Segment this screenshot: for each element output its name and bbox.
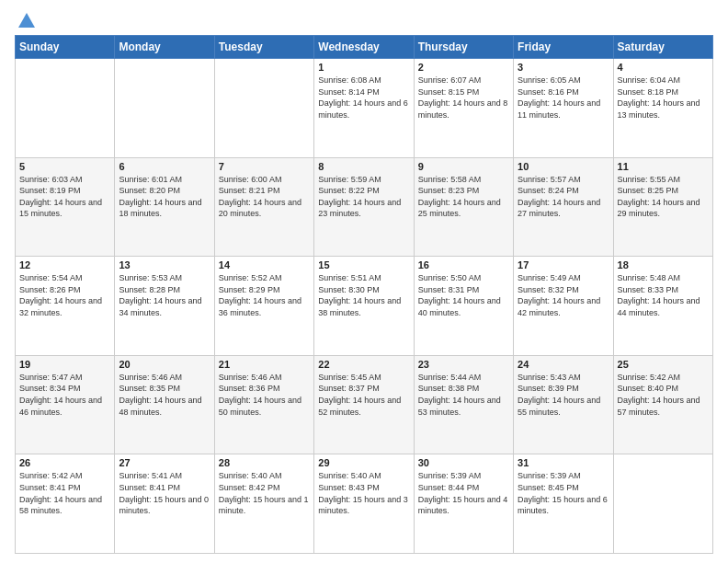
calendar-cell [115, 59, 214, 158]
day-number: 13 [119, 259, 210, 270]
calendar-cell: 2Sunrise: 6:07 AMSunset: 8:15 PMDaylight… [414, 59, 513, 158]
day-number: 7 [219, 161, 310, 172]
calendar-cell: 23Sunrise: 5:44 AMSunset: 8:38 PMDayligh… [414, 355, 513, 454]
day-info: Sunrise: 5:39 AMSunset: 8:45 PMDaylight:… [518, 470, 609, 516]
calendar-cell: 26Sunrise: 5:42 AMSunset: 8:41 PMDayligh… [16, 454, 115, 554]
day-number: 8 [318, 161, 409, 172]
day-info: Sunrise: 5:46 AMSunset: 8:35 PMDaylight:… [119, 372, 210, 418]
calendar-cell: 20Sunrise: 5:46 AMSunset: 8:35 PMDayligh… [115, 355, 214, 454]
calendar-cell: 5Sunrise: 6:03 AMSunset: 8:19 PMDaylight… [16, 157, 115, 257]
page: SundayMondayTuesdayWednesdayThursdayFrid… [0, 0, 728, 563]
calendar-cell: 1Sunrise: 6:08 AMSunset: 8:14 PMDaylight… [314, 59, 414, 158]
calendar-week-row: 5Sunrise: 6:03 AMSunset: 8:19 PMDaylight… [16, 157, 713, 257]
day-info: Sunrise: 5:40 AMSunset: 8:42 PMDaylight:… [219, 470, 310, 516]
day-number: 1 [318, 62, 409, 73]
day-number: 31 [518, 457, 609, 468]
day-info: Sunrise: 5:42 AMSunset: 8:40 PMDaylight:… [618, 372, 709, 418]
calendar-cell: 16Sunrise: 5:50 AMSunset: 8:31 PMDayligh… [414, 257, 513, 356]
calendar-cell: 21Sunrise: 5:46 AMSunset: 8:36 PMDayligh… [214, 355, 313, 454]
day-number: 23 [418, 359, 509, 370]
day-info: Sunrise: 5:53 AMSunset: 8:28 PMDaylight:… [119, 272, 210, 318]
day-number: 29 [318, 457, 409, 468]
calendar-cell: 28Sunrise: 5:40 AMSunset: 8:42 PMDayligh… [214, 454, 313, 554]
day-number: 21 [219, 359, 310, 370]
calendar-cell: 31Sunrise: 5:39 AMSunset: 8:45 PMDayligh… [514, 454, 613, 554]
day-info: Sunrise: 6:07 AMSunset: 8:15 PMDaylight:… [418, 75, 509, 121]
weekday-header: Friday [514, 36, 613, 59]
day-number: 4 [618, 62, 709, 73]
day-number: 24 [518, 359, 609, 370]
calendar-cell: 7Sunrise: 6:00 AMSunset: 8:21 PMDaylight… [214, 157, 313, 257]
day-number: 5 [19, 161, 110, 172]
day-info: Sunrise: 5:50 AMSunset: 8:31 PMDaylight:… [418, 272, 509, 318]
day-info: Sunrise: 5:44 AMSunset: 8:38 PMDaylight:… [418, 372, 509, 418]
calendar-week-row: 19Sunrise: 5:47 AMSunset: 8:34 PMDayligh… [16, 355, 713, 454]
calendar-cell: 22Sunrise: 5:45 AMSunset: 8:37 PMDayligh… [314, 355, 414, 454]
day-info: Sunrise: 6:03 AMSunset: 8:19 PMDaylight:… [19, 174, 110, 220]
day-number: 10 [518, 161, 609, 172]
calendar-cell [613, 454, 712, 554]
weekday-header: Thursday [414, 36, 513, 59]
day-number: 20 [119, 359, 210, 370]
calendar-cell: 9Sunrise: 5:58 AMSunset: 8:23 PMDaylight… [414, 157, 513, 257]
calendar-cell: 30Sunrise: 5:39 AMSunset: 8:44 PMDayligh… [414, 454, 513, 554]
logo-icon [17, 11, 37, 31]
day-number: 12 [19, 259, 110, 270]
calendar-cell: 15Sunrise: 5:51 AMSunset: 8:30 PMDayligh… [314, 257, 414, 356]
weekday-header: Monday [115, 36, 214, 59]
weekday-header: Tuesday [214, 36, 313, 59]
day-info: Sunrise: 5:39 AMSunset: 8:44 PMDaylight:… [418, 470, 509, 516]
day-info: Sunrise: 5:41 AMSunset: 8:41 PMDaylight:… [119, 470, 210, 516]
day-number: 27 [119, 457, 210, 468]
day-number: 16 [418, 259, 509, 270]
day-info: Sunrise: 5:42 AMSunset: 8:41 PMDaylight:… [19, 470, 110, 516]
day-number: 19 [19, 359, 110, 370]
calendar-cell: 29Sunrise: 5:40 AMSunset: 8:43 PMDayligh… [314, 454, 414, 554]
day-number: 30 [418, 457, 509, 468]
calendar-cell: 4Sunrise: 6:04 AMSunset: 8:18 PMDaylight… [613, 59, 712, 158]
day-info: Sunrise: 5:46 AMSunset: 8:36 PMDaylight:… [219, 372, 310, 418]
day-number: 17 [518, 259, 609, 270]
calendar-cell: 27Sunrise: 5:41 AMSunset: 8:41 PMDayligh… [115, 454, 214, 554]
day-info: Sunrise: 5:57 AMSunset: 8:24 PMDaylight:… [518, 174, 609, 220]
day-info: Sunrise: 5:54 AMSunset: 8:26 PMDaylight:… [19, 272, 110, 318]
day-info: Sunrise: 6:08 AMSunset: 8:14 PMDaylight:… [318, 75, 409, 121]
calendar-cell: 17Sunrise: 5:49 AMSunset: 8:32 PMDayligh… [514, 257, 613, 356]
weekday-header-row: SundayMondayTuesdayWednesdayThursdayFrid… [16, 36, 713, 59]
day-info: Sunrise: 5:58 AMSunset: 8:23 PMDaylight:… [418, 174, 509, 220]
day-info: Sunrise: 6:00 AMSunset: 8:21 PMDaylight:… [219, 174, 310, 220]
calendar-cell: 6Sunrise: 6:01 AMSunset: 8:20 PMDaylight… [115, 157, 214, 257]
calendar-cell: 8Sunrise: 5:59 AMSunset: 8:22 PMDaylight… [314, 157, 414, 257]
calendar-cell: 11Sunrise: 5:55 AMSunset: 8:25 PMDayligh… [613, 157, 712, 257]
day-number: 22 [318, 359, 409, 370]
day-number: 3 [518, 62, 609, 73]
day-info: Sunrise: 6:01 AMSunset: 8:20 PMDaylight:… [119, 174, 210, 220]
calendar-cell: 19Sunrise: 5:47 AMSunset: 8:34 PMDayligh… [16, 355, 115, 454]
day-info: Sunrise: 5:47 AMSunset: 8:34 PMDaylight:… [19, 372, 110, 418]
calendar-cell [16, 59, 115, 158]
day-info: Sunrise: 5:59 AMSunset: 8:22 PMDaylight:… [318, 174, 409, 220]
day-info: Sunrise: 5:51 AMSunset: 8:30 PMDaylight:… [318, 272, 409, 318]
day-number: 18 [618, 259, 709, 270]
day-info: Sunrise: 6:04 AMSunset: 8:18 PMDaylight:… [618, 75, 709, 121]
calendar-cell: 24Sunrise: 5:43 AMSunset: 8:39 PMDayligh… [514, 355, 613, 454]
calendar-week-row: 12Sunrise: 5:54 AMSunset: 8:26 PMDayligh… [16, 257, 713, 356]
weekday-header: Sunday [16, 36, 115, 59]
day-info: Sunrise: 5:40 AMSunset: 8:43 PMDaylight:… [318, 470, 409, 516]
day-number: 26 [19, 457, 110, 468]
calendar-cell: 18Sunrise: 5:48 AMSunset: 8:33 PMDayligh… [613, 257, 712, 356]
calendar-cell [214, 59, 313, 158]
calendar-cell: 3Sunrise: 6:05 AMSunset: 8:16 PMDaylight… [514, 59, 613, 158]
header [15, 11, 713, 28]
day-info: Sunrise: 5:52 AMSunset: 8:29 PMDaylight:… [219, 272, 310, 318]
svg-marker-0 [18, 13, 35, 28]
weekday-header: Saturday [613, 36, 712, 59]
calendar-cell: 14Sunrise: 5:52 AMSunset: 8:29 PMDayligh… [214, 257, 313, 356]
day-info: Sunrise: 5:43 AMSunset: 8:39 PMDaylight:… [518, 372, 609, 418]
day-number: 6 [119, 161, 210, 172]
day-number: 11 [618, 161, 709, 172]
day-number: 14 [219, 259, 310, 270]
calendar-cell: 25Sunrise: 5:42 AMSunset: 8:40 PMDayligh… [613, 355, 712, 454]
logo [15, 11, 37, 28]
day-info: Sunrise: 5:48 AMSunset: 8:33 PMDaylight:… [618, 272, 709, 318]
